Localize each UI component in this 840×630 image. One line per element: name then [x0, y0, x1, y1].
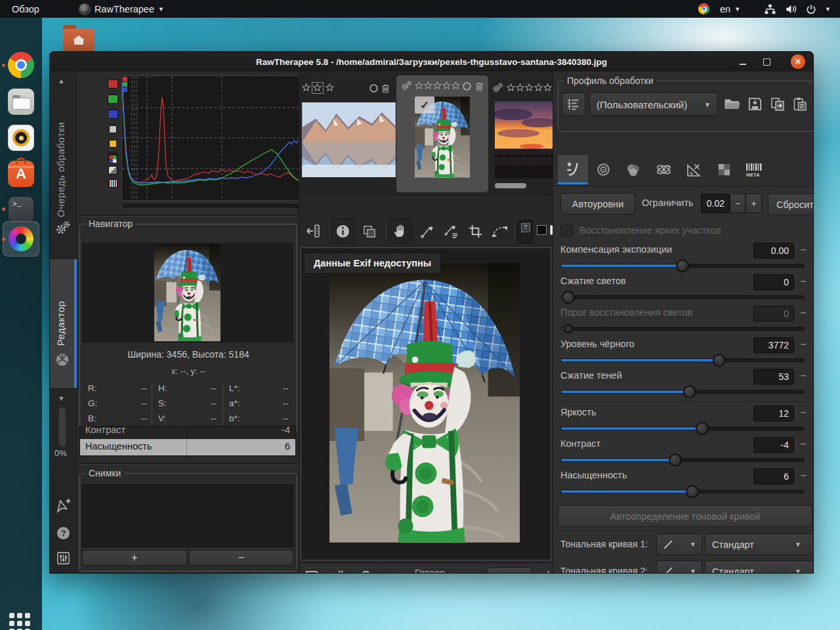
star-icon[interactable]	[534, 83, 543, 92]
star-icon[interactable]	[313, 83, 322, 92]
hand-tool-button[interactable]	[388, 219, 412, 243]
save-profile-icon[interactable]	[747, 96, 763, 112]
window-titlebar[interactable]: RawTherapee 5.8 - /home/admiral/Загрузки…	[50, 52, 813, 72]
slider-reset-button[interactable]: −	[797, 470, 810, 482]
slider-thumb[interactable]	[713, 354, 726, 367]
slider-track[interactable]	[560, 390, 805, 394]
slider-thumb[interactable]	[683, 385, 696, 398]
paste-profile-icon[interactable]	[792, 96, 808, 112]
tone-curve2-type-dropdown[interactable]: ▼	[656, 560, 702, 574]
straighten-pointer-icon[interactable]	[55, 498, 71, 514]
star-icon[interactable]	[433, 81, 442, 90]
thumbnail-sunset[interactable]	[495, 99, 554, 180]
queue-gears-icon[interactable]	[55, 220, 71, 236]
filmstrip-item[interactable]	[490, 78, 553, 191]
curves-button-partial[interactable]	[537, 570, 553, 574]
slider-value[interactable]: 12	[753, 406, 794, 421]
main-image-clown[interactable]	[329, 262, 520, 544]
help-icon[interactable]	[56, 526, 71, 541]
bg-theme-color-button[interactable]: T	[517, 220, 533, 243]
snapshot-add-button[interactable]: +	[82, 550, 187, 566]
before-after-button[interactable]	[357, 219, 381, 243]
tab-color[interactable]	[618, 155, 648, 184]
save-image-button[interactable]	[304, 570, 320, 574]
thumbnail-mountains[interactable]	[302, 102, 396, 177]
activities-button[interactable]: Обзор	[5, 0, 46, 18]
dock-ubuntu-software-icon[interactable]: A	[8, 161, 34, 187]
histogram-red-toggle[interactable]	[108, 79, 118, 89]
tone-curve1-type-dropdown[interactable]: ▼	[656, 534, 702, 555]
reset-button[interactable]: Сбросить	[768, 194, 814, 215]
slider-thumb[interactable]	[562, 291, 575, 304]
snapshot-remove-button[interactable]: −	[189, 550, 293, 566]
auto-levels-button[interactable]: Автоуровни	[560, 193, 635, 215]
color-label-icon[interactable]	[462, 81, 472, 91]
histogram-scroll-strip[interactable]	[121, 203, 323, 209]
show-applications-button[interactable]	[9, 612, 33, 630]
slider-track[interactable]	[560, 458, 805, 462]
slider-value[interactable]: 3772	[753, 337, 794, 353]
copy-profile-icon[interactable]	[770, 96, 786, 112]
tab-metadata[interactable]	[739, 155, 769, 184]
star-icon[interactable]	[302, 83, 310, 92]
slider-track[interactable]	[560, 264, 805, 268]
slider-track[interactable]	[560, 295, 805, 299]
history-row[interactable]: Контраст -4	[80, 426, 295, 439]
star-icon[interactable]	[516, 83, 524, 92]
app-menu[interactable]: RawTherapee ▼	[72, 0, 171, 18]
info-tool-button[interactable]	[331, 219, 354, 243]
tab-exposure[interactable]	[558, 155, 588, 184]
histogram-luma-toggle[interactable]	[109, 125, 117, 133]
clip-decrement-button[interactable]: −	[730, 194, 746, 213]
trash-icon[interactable]	[474, 81, 484, 91]
preferences-mixer-icon[interactable]	[56, 551, 71, 566]
preview-mode-dropdown[interactable]: Нет ▼	[487, 567, 532, 574]
histogram-green-toggle[interactable]	[108, 94, 118, 104]
close-button[interactable]: ✕	[791, 54, 805, 69]
history-row-selected[interactable]: Насыщенность 6	[80, 439, 295, 455]
slider-reset-button[interactable]: −	[797, 244, 810, 256]
slider-track[interactable]	[560, 358, 805, 362]
histogram-bar-toggle[interactable]	[108, 179, 117, 188]
home-folder-desktop-icon[interactable]	[63, 25, 94, 52]
star-icon[interactable]	[326, 83, 334, 92]
star-icon[interactable]	[525, 83, 534, 92]
histogram-panel[interactable]	[121, 75, 323, 201]
minimize-button[interactable]	[733, 52, 753, 72]
auto-tone-curve-button[interactable]: Автоопределение тоновой кривой	[558, 505, 812, 527]
keyboard-layout-selector[interactable]: en ▼	[713, 0, 747, 18]
star-icon[interactable]	[442, 81, 451, 90]
dock-rawtherapee-icon[interactable]	[8, 226, 34, 252]
color-picker-button[interactable]	[440, 219, 463, 243]
star-icon[interactable]	[415, 81, 423, 90]
star-icon[interactable]	[543, 83, 552, 92]
load-profile-folder-icon[interactable]	[724, 97, 741, 112]
queue-tab[interactable]: Очередь обработки	[55, 93, 66, 217]
maximize-button[interactable]	[757, 52, 776, 72]
tab-transform[interactable]	[679, 155, 709, 184]
slider-thumb[interactable]	[669, 453, 682, 467]
clip-increment-button[interactable]: +	[746, 194, 762, 213]
collapse-up-arrow-icon[interactable]: ▲	[58, 77, 65, 85]
tone-curve2-mode-dropdown[interactable]: Стандарт ▼	[705, 560, 814, 574]
editor-tab-active[interactable]: Редактор	[50, 259, 77, 388]
filmstrip-scrollbar[interactable]	[301, 182, 551, 190]
slider-reset-button[interactable]: −	[797, 276, 810, 287]
slider-reset-button[interactable]: −	[797, 438, 810, 450]
tone-curve1-mode-dropdown[interactable]: Стандарт ▼	[705, 534, 814, 555]
slider-thumb[interactable]	[696, 422, 709, 435]
star-icon[interactable]	[452, 81, 460, 90]
slider-value[interactable]: 53	[753, 369, 794, 385]
trash-icon[interactable]	[381, 83, 390, 93]
white-balance-picker-button[interactable]	[415, 219, 439, 243]
slider-track[interactable]	[560, 427, 805, 430]
snapshots-list[interactable]	[82, 484, 293, 547]
image-viewport[interactable]: Данные Exif недоступны	[301, 247, 551, 560]
star-icon[interactable]	[507, 83, 515, 92]
navigator-preview[interactable]	[82, 243, 293, 343]
tab-detail[interactable]	[588, 155, 618, 184]
histogram-blue-toggle[interactable]	[108, 110, 118, 119]
slider-thumb[interactable]	[676, 259, 689, 272]
slider-reset-button[interactable]: −	[797, 407, 810, 419]
histogram-mode-toggle[interactable]	[108, 166, 117, 175]
